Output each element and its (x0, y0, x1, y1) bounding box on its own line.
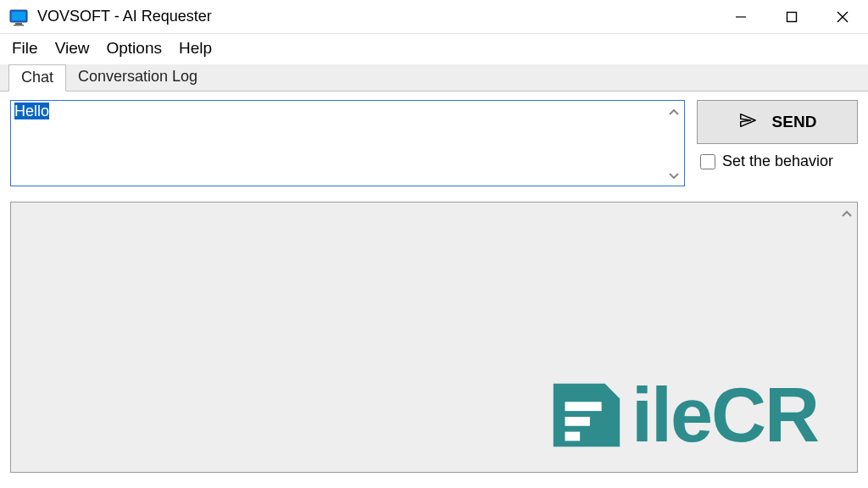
set-behavior-checkbox[interactable] (700, 154, 715, 169)
prompt-input-text: Hello (14, 103, 49, 119)
send-icon (738, 111, 757, 134)
minimize-button[interactable] (715, 0, 766, 33)
watermark: ileCR (545, 374, 818, 457)
scroll-up-icon (842, 206, 852, 219)
set-behavior-option[interactable]: Set the behavior (697, 152, 858, 170)
menu-file[interactable]: File (12, 39, 38, 58)
menu-help[interactable]: Help (179, 39, 212, 58)
input-scrollbar[interactable] (664, 101, 684, 186)
menu-view[interactable]: View (55, 39, 90, 58)
tab-conversation-log[interactable]: Conversation Log (66, 64, 209, 91)
watermark-text: ileCR (632, 377, 818, 453)
svg-rect-9 (565, 417, 589, 426)
window-controls (715, 0, 868, 33)
watermark-logo-icon (545, 374, 628, 457)
close-button[interactable] (817, 0, 868, 33)
app-icon (8, 7, 29, 27)
svg-rect-5 (787, 12, 797, 21)
send-button[interactable]: SEND (697, 100, 858, 144)
maximize-button[interactable] (766, 0, 817, 33)
scroll-up-icon (669, 104, 679, 118)
svg-rect-1 (12, 12, 25, 20)
svg-rect-2 (15, 23, 22, 25)
scroll-down-icon (669, 169, 679, 182)
prompt-input-wrap: Hello (10, 100, 685, 186)
set-behavior-label: Set the behavior (722, 152, 833, 170)
send-label: SEND (772, 113, 817, 131)
output-scrollbar[interactable] (837, 202, 857, 472)
window-title: VOVSOFT - AI Requester (37, 8, 715, 25)
input-row: Hello SEND Set the behavior (10, 100, 858, 186)
content-area: Hello SEND Set the behavior (0, 92, 868, 483)
svg-rect-8 (565, 402, 601, 411)
svg-rect-10 (565, 432, 580, 441)
send-column: SEND Set the behavior (697, 100, 858, 170)
tabbar: Chat Conversation Log (0, 64, 868, 92)
svg-rect-3 (14, 25, 24, 26)
titlebar: VOVSOFT - AI Requester (0, 0, 868, 34)
output-panel: ileCR (10, 202, 858, 473)
prompt-input[interactable]: Hello (11, 101, 664, 186)
menubar: File View Options Help (0, 34, 868, 64)
menu-options[interactable]: Options (106, 39, 161, 58)
tab-chat[interactable]: Chat (8, 64, 66, 92)
